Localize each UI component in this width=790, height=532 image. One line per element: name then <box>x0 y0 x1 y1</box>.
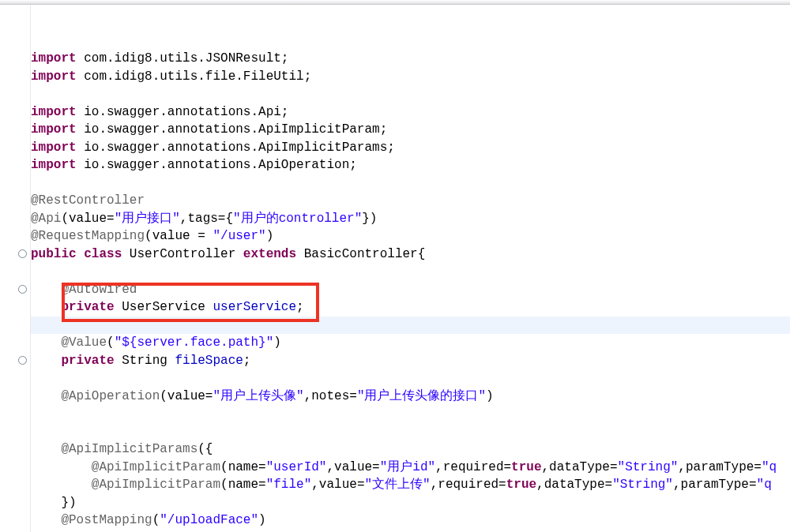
code-line[interactable]: @ApiOperation(value="用户上传头像",notes="用户上传… <box>31 388 790 406</box>
fold-marker <box>17 388 27 406</box>
fold-marker <box>17 511 27 530</box>
line-number <box>0 121 17 139</box>
fold-marker-column <box>17 5 27 532</box>
line-number <box>0 423 17 441</box>
code-line[interactable]: import io.swagger.annotations.Api; <box>31 103 790 122</box>
code-line[interactable]: import io.swagger.annotations.ApiOperati… <box>31 156 790 174</box>
code-line[interactable]: @ApiImplicitParam(name="file",value="文件上… <box>31 476 790 494</box>
fold-marker[interactable] <box>17 352 27 370</box>
code-line[interactable]: @Value("${server.face.path}") <box>31 334 790 352</box>
line-number <box>0 511 17 530</box>
fold-marker <box>17 494 27 512</box>
fold-marker[interactable] <box>17 281 27 299</box>
line-number <box>0 50 17 68</box>
fold-marker <box>17 50 27 68</box>
line-number <box>0 68 17 86</box>
fold-marker <box>17 263 27 281</box>
line-number <box>0 494 17 512</box>
code-line[interactable]: @ApiImplicitParam(name="userId",value="用… <box>31 459 790 477</box>
fold-marker[interactable] <box>17 245 27 264</box>
fold-marker <box>17 227 27 245</box>
fold-marker <box>17 174 27 193</box>
fold-marker <box>17 334 27 352</box>
code-line[interactable]: @RestController <box>31 192 790 210</box>
code-line[interactable]: import com.idig8.utils.file.FileUtil; <box>31 68 790 86</box>
code-line[interactable] <box>31 369 790 388</box>
code-line[interactable]: @Autowired <box>31 281 790 299</box>
fold-marker <box>17 476 27 494</box>
code-line[interactable]: private String fileSpace; <box>31 352 790 370</box>
fold-marker <box>17 14 27 32</box>
fold-marker <box>17 317 27 335</box>
fold-marker <box>17 192 27 210</box>
line-number <box>0 317 17 335</box>
line-number <box>0 32 17 51</box>
code-line[interactable]: public JSONResult uploadFace(String user… <box>31 530 790 533</box>
fold-marker <box>17 103 27 122</box>
fold-marker <box>17 369 27 388</box>
fold-marker <box>17 121 27 139</box>
line-number <box>0 352 17 370</box>
line-number-gutter <box>0 5 17 532</box>
line-number <box>0 174 17 193</box>
code-line[interactable]: @RequestMapping(value = "/user") <box>31 227 790 245</box>
line-number <box>0 281 17 299</box>
fold-marker <box>17 156 27 174</box>
line-number <box>0 459 17 477</box>
line-number <box>0 476 17 494</box>
code-line[interactable]: @ApiImplicitParams({ <box>31 440 790 459</box>
fold-marker <box>17 85 27 103</box>
line-number <box>0 298 17 317</box>
line-number <box>0 192 17 210</box>
fold-marker <box>17 210 27 228</box>
line-number <box>0 440 17 459</box>
code-line[interactable]: @PostMapping("/uploadFace") <box>31 511 790 530</box>
code-line[interactable]: import io.swagger.annotations.ApiImplici… <box>31 139 790 157</box>
line-number <box>0 139 17 157</box>
line-number <box>0 103 17 122</box>
line-number <box>0 388 17 406</box>
code-line[interactable]: }) <box>31 494 790 512</box>
line-number <box>0 245 17 264</box>
code-line[interactable]: public class UserController extends Basi… <box>31 245 790 264</box>
code-line[interactable] <box>31 405 790 423</box>
line-number <box>0 210 17 228</box>
fold-marker <box>17 423 27 441</box>
code-line[interactable]: @Api(value="用户接口",tags={"用户的controller"}… <box>31 210 790 228</box>
code-line[interactable] <box>31 174 790 193</box>
line-number <box>0 14 17 32</box>
code-editor: import com.idig8.utils.JSONResult;import… <box>0 5 790 532</box>
code-line[interactable] <box>31 263 790 281</box>
fold-marker <box>17 298 27 317</box>
code-line[interactable] <box>31 423 790 441</box>
line-number <box>0 227 17 245</box>
line-number <box>0 334 17 352</box>
line-number <box>0 85 17 103</box>
fold-marker <box>17 68 27 86</box>
fold-marker <box>17 405 27 423</box>
code-line[interactable] <box>31 85 790 103</box>
code-line[interactable] <box>31 317 790 335</box>
line-number <box>0 369 17 388</box>
line-number <box>0 263 17 281</box>
fold-marker <box>17 32 27 51</box>
line-number <box>0 156 17 174</box>
fold-marker <box>17 440 27 459</box>
code-line[interactable]: private UserService userService; <box>31 298 790 317</box>
code-area[interactable]: import com.idig8.utils.JSONResult;import… <box>31 5 790 532</box>
fold-marker <box>17 139 27 157</box>
line-number <box>0 405 17 423</box>
code-line[interactable]: import io.swagger.annotations.ApiImplici… <box>31 121 790 139</box>
code-line[interactable]: import com.idig8.utils.JSONResult; <box>31 50 790 68</box>
fold-marker <box>17 459 27 477</box>
